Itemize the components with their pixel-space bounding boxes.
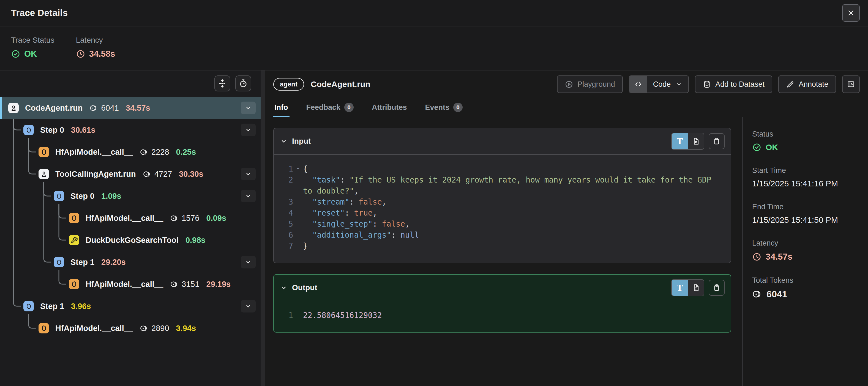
fold-gutter[interactable]: [293, 218, 303, 230]
input-title: Input: [292, 137, 311, 146]
text-view-button[interactable]: T: [672, 133, 688, 149]
span-tokens: 4727: [143, 170, 172, 179]
text-T-icon: T: [677, 283, 683, 293]
code-line: 2 "task": "If the US keeps it 2024 growt…: [280, 175, 723, 197]
io-cards: Input T: [265, 117, 742, 386]
tokens-icon: [170, 280, 179, 289]
collapse-row-button[interactable]: [241, 256, 256, 268]
annotate-button[interactable]: Annotate: [778, 76, 836, 93]
tab[interactable]: Info: [274, 98, 288, 117]
span-meta-sidebar: Status OK Start Time 1/15/2025 15:41:16 …: [742, 117, 868, 386]
meta-entry: Total Tokens 6041: [752, 276, 863, 300]
tree-row[interactable]: HfApiModel.__call__ 1576 0.09s: [0, 207, 260, 229]
span-tokens: 1576: [170, 214, 199, 223]
tree-row[interactable]: Step 0 30.61s: [0, 119, 260, 141]
collapse-row-button[interactable]: [241, 124, 256, 136]
span-label: HfApiModel.__call__: [86, 280, 163, 289]
collapse-input-button[interactable]: [280, 138, 287, 145]
copy-input-button[interactable]: [709, 133, 724, 149]
chevron-down-icon: [280, 284, 287, 292]
clock-icon: [76, 49, 85, 59]
meta-label: Start Time: [752, 166, 863, 175]
span-label: DuckDuckGoSearchTool: [86, 236, 179, 245]
fold-gutter[interactable]: [293, 175, 303, 197]
pen-icon: [786, 80, 795, 89]
tokens-icon: [140, 324, 148, 333]
tab[interactable]: Events 0: [425, 98, 463, 117]
document-icon: [692, 284, 700, 292]
latency-toggle-button[interactable]: [235, 76, 251, 91]
play-circle-icon: [565, 80, 573, 89]
collapse-row-button[interactable]: [241, 101, 256, 114]
chevron-down-icon: [245, 171, 252, 178]
meta-text: 1/15/2025 15:41:16 PM: [752, 179, 838, 188]
span-duration: 34.57s: [126, 103, 150, 113]
tree-row[interactable]: CodeAgent.run 6041 34.57s: [0, 97, 260, 119]
close-button[interactable]: [842, 4, 860, 22]
span-title: CodeAgent.run: [311, 80, 370, 89]
span-duration: 3.94s: [176, 324, 196, 333]
document-icon: [692, 137, 700, 145]
collapse-row-button[interactable]: [241, 168, 256, 180]
collapse-row-button[interactable]: [241, 190, 256, 202]
meta-value: 1/15/2025 15:41:50 PM: [752, 215, 863, 225]
view-mode-dropdown[interactable]: Code: [629, 76, 689, 93]
expand-collapse-rows-button[interactable]: [214, 76, 230, 91]
tab[interactable]: Feedback 0: [306, 98, 354, 117]
fold-gutter[interactable]: [293, 310, 303, 321]
fold-gutter[interactable]: [293, 230, 303, 241]
span-tokens: 2228: [140, 148, 169, 157]
database-icon: [703, 80, 711, 89]
line-number: 1: [280, 310, 293, 321]
span-label: CodeAgent.run: [25, 103, 83, 113]
toggle-side-panel-button[interactable]: [842, 76, 860, 93]
span-tree-panel: CodeAgent.run 6041 34.57s Step 0 30.61s …: [0, 70, 260, 386]
line-content: }: [303, 241, 723, 251]
fold-gutter[interactable]: [293, 241, 303, 251]
fold-gutter[interactable]: [293, 164, 303, 175]
playground-button[interactable]: Playground: [557, 76, 623, 93]
tree-row[interactable]: Step 1 29.20s: [0, 251, 260, 273]
page-title: Trace Details: [11, 8, 68, 18]
tree-rows: CodeAgent.run 6041 34.57s Step 0 30.61s …: [0, 97, 260, 339]
raw-view-button[interactable]: [688, 133, 704, 149]
copy-output-button[interactable]: [709, 280, 724, 296]
collapse-output-button[interactable]: [280, 284, 287, 292]
token-count: 3151: [182, 280, 199, 289]
tree-row[interactable]: Step 1 3.96s: [0, 295, 260, 317]
input-format-toggle: T: [671, 133, 704, 150]
meta-entry: End Time 1/15/2025 15:41:50 PM: [752, 203, 863, 225]
output-code[interactable]: 1 22.58064516129032: [274, 301, 731, 332]
tokens-icon: [140, 148, 148, 156]
text-view-button[interactable]: T: [672, 280, 688, 296]
token-count: 2890: [151, 324, 169, 333]
fold-chevron-icon: [296, 166, 301, 171]
tree-row[interactable]: HfApiModel.__call__ 2890 3.94s: [0, 317, 260, 339]
panel-resize-handle[interactable]: [260, 70, 265, 386]
fold-gutter[interactable]: [293, 197, 303, 208]
line-content: "additional_args": null: [303, 230, 723, 241]
tab-label: Info: [274, 103, 288, 112]
add-to-dataset-button[interactable]: Add to Dataset: [695, 76, 772, 93]
span-label: ToolCallingAgent.run: [55, 170, 136, 179]
span-duration: 0.98s: [185, 236, 206, 245]
meta-entry: Status OK: [752, 130, 863, 152]
input-code[interactable]: 1 { 2 "task": "If the US keeps it 2024 g…: [274, 155, 731, 263]
tree-row[interactable]: HfApiModel.__call__ 2228 0.25s: [0, 141, 260, 163]
span-duration: 29.19s: [207, 280, 231, 289]
tab[interactable]: Attributes: [372, 98, 407, 117]
tokens-icon: [89, 104, 98, 112]
tree-row[interactable]: DuckDuckGoSearchTool 0.98s: [0, 229, 260, 251]
tree-row[interactable]: Step 0 1.09s: [0, 185, 260, 207]
panel-right-icon: [846, 80, 855, 89]
line-content: "task": "If the US keeps it 2024 growth …: [303, 175, 723, 197]
tokens-icon: [143, 170, 151, 178]
tree-row[interactable]: ToolCallingAgent.run 4727 30.30s: [0, 163, 260, 185]
collapse-row-button[interactable]: [241, 300, 256, 313]
raw-view-button[interactable]: [688, 280, 704, 296]
sidebar-entries: Status OK Start Time 1/15/2025 15:41:16 …: [752, 130, 863, 300]
fold-gutter[interactable]: [293, 208, 303, 218]
code-line: 4 "reset": true,: [280, 208, 723, 218]
tab-label: Events: [425, 103, 450, 112]
tree-row[interactable]: HfApiModel.__call__ 3151 29.19s: [0, 273, 260, 295]
